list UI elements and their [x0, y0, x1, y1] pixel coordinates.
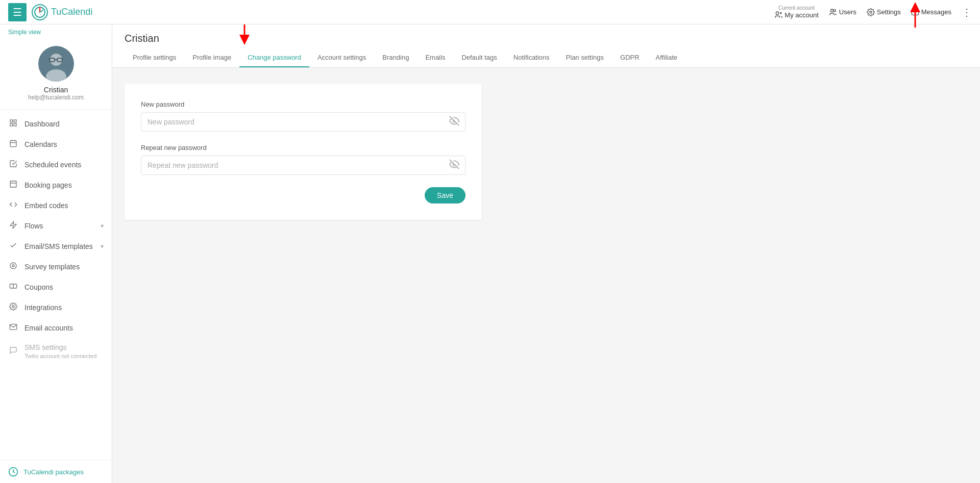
svg-rect-16 [14, 120, 16, 122]
calendars-label: Calendars [24, 140, 104, 148]
avatar [38, 46, 74, 82]
sidebar-item-scheduled-events[interactable]: Scheduled events [0, 155, 112, 175]
users-label: Users [829, 8, 856, 16]
svg-rect-19 [10, 141, 16, 147]
integrations-label: Integrations [24, 303, 104, 312]
page-title: Cristian [125, 24, 968, 48]
tab-profile-image[interactable]: Profile image [184, 48, 239, 67]
tab-plan-settings[interactable]: Plan settings [558, 48, 612, 67]
avatar-image [38, 46, 74, 82]
sidebar-item-coupons[interactable]: Coupons [0, 277, 112, 297]
sidebar-profile: Cristian help@tucalendi.com [0, 40, 112, 110]
messages-icon [911, 8, 919, 16]
calendars-icon [8, 139, 18, 149]
sms-label: SMS settings Twilio account not connecte… [24, 343, 104, 360]
svg-point-4 [776, 12, 779, 14]
sidebar-item-email-accounts[interactable]: Email accounts [0, 318, 112, 338]
email-sms-arrow: ▾ [101, 243, 104, 250]
email-accounts-label: Email accounts [24, 324, 104, 332]
users-nav[interactable]: Users [829, 8, 856, 16]
password-card: New password Repeat new password [125, 84, 482, 220]
tab-change-password[interactable]: Change password [239, 48, 309, 67]
users-icon [829, 8, 837, 16]
svg-marker-25 [10, 221, 16, 228]
flows-icon [8, 221, 18, 231]
topbar-left: ☰ TuCalendi [8, 3, 92, 21]
my-account-label: My account [774, 11, 818, 19]
tab-notifications[interactable]: Notifications [505, 48, 558, 67]
simple-view-toggle[interactable]: Simple view [0, 24, 112, 40]
sidebar-item-integrations[interactable]: Integrations [0, 297, 112, 318]
svg-point-26 [10, 263, 16, 269]
dashboard-icon [8, 119, 18, 129]
svg-rect-18 [10, 123, 13, 126]
tab-emails[interactable]: Emails [417, 48, 453, 67]
settings-label: Settings [867, 8, 901, 16]
svg-rect-23 [10, 181, 16, 187]
tab-gdpr[interactable]: GDPR [612, 48, 648, 67]
content-tabs: Profile settings Profile image Change pa… [125, 48, 968, 67]
my-account-nav[interactable]: Current account My account [774, 5, 818, 19]
profile-email: help@tucalendi.com [28, 94, 84, 101]
repeat-password-group: Repeat new password [141, 144, 465, 175]
embed-codes-label: Embed codes [24, 201, 104, 210]
messages-label: Messages [911, 8, 951, 16]
save-button[interactable]: Save [425, 187, 465, 204]
sidebar-item-survey-templates[interactable]: Survey templates [0, 257, 112, 277]
sidebar-nav: Dashboard Calendars Scheduled events Boo… [0, 110, 112, 460]
sidebar-item-sms-settings[interactable]: SMS settings Twilio account not connecte… [0, 338, 112, 365]
scheduled-events-label: Scheduled events [24, 161, 104, 169]
email-accounts-icon [8, 323, 18, 333]
tab-affiliate[interactable]: Affiliate [648, 48, 685, 67]
sidebar-item-flows[interactable]: Flows ▾ [0, 216, 112, 236]
booking-pages-label: Booking pages [24, 181, 104, 189]
sms-icon [8, 346, 18, 357]
toggle-new-password-icon[interactable] [449, 116, 459, 129]
svg-point-6 [830, 9, 833, 12]
account-icon [774, 11, 782, 19]
svg-point-7 [834, 9, 836, 11]
settings-icon [867, 8, 875, 16]
svg-point-5 [780, 12, 782, 14]
svg-rect-15 [10, 120, 13, 122]
tab-default-tags[interactable]: Default tags [453, 48, 505, 67]
dashboard-label: Dashboard [24, 120, 104, 128]
email-sms-icon [8, 241, 18, 251]
sidebar-item-calendars[interactable]: Calendars [0, 134, 112, 155]
svg-point-27 [12, 265, 14, 267]
card-footer: Save [141, 187, 465, 204]
repeat-password-input[interactable] [141, 156, 465, 175]
packages-icon [8, 467, 18, 477]
sidebar-item-booking-pages[interactable]: Booking pages [0, 175, 112, 195]
logo-area: TuCalendi [32, 4, 92, 20]
more-options[interactable]: ⋮ [962, 6, 972, 18]
flows-label: Flows [24, 222, 94, 230]
coupons-label: Coupons [24, 283, 104, 291]
topbar: ☰ TuCalendi Current account My account U… [0, 0, 980, 24]
coupons-icon [8, 282, 18, 292]
repeat-password-label: Repeat new password [141, 144, 465, 151]
new-password-label: New password [141, 100, 465, 108]
tab-account-settings[interactable]: Account settings [309, 48, 374, 67]
sidebar-item-dashboard[interactable]: Dashboard [0, 114, 112, 134]
svg-point-30 [12, 306, 14, 308]
tab-profile-settings[interactable]: Profile settings [125, 48, 184, 67]
new-password-group: New password [141, 100, 465, 132]
new-password-input[interactable] [141, 112, 465, 132]
messages-nav[interactable]: Messages [911, 8, 951, 16]
tab-branding[interactable]: Branding [374, 48, 417, 67]
content-area: Cristian Profile settings Profile image … [112, 24, 980, 483]
sidebar-packages[interactable]: TuCalendi packages [0, 460, 112, 483]
svg-point-8 [870, 11, 872, 13]
settings-nav[interactable]: Settings [867, 8, 901, 16]
packages-label: TuCalendi packages [23, 468, 84, 476]
sidebar-item-email-sms-templates[interactable]: Email/SMS templates ▾ [0, 236, 112, 257]
toggle-repeat-password-icon[interactable] [449, 159, 459, 172]
integrations-icon [8, 302, 18, 313]
content-body: New password Repeat new password [112, 68, 980, 236]
sidebar-item-embed-codes[interactable]: Embed codes [0, 195, 112, 216]
current-account-label: Current account [778, 5, 815, 11]
repeat-password-wrapper [141, 156, 465, 175]
content-header: Cristian Profile settings Profile image … [112, 24, 980, 68]
hamburger-menu[interactable]: ☰ [8, 3, 27, 21]
